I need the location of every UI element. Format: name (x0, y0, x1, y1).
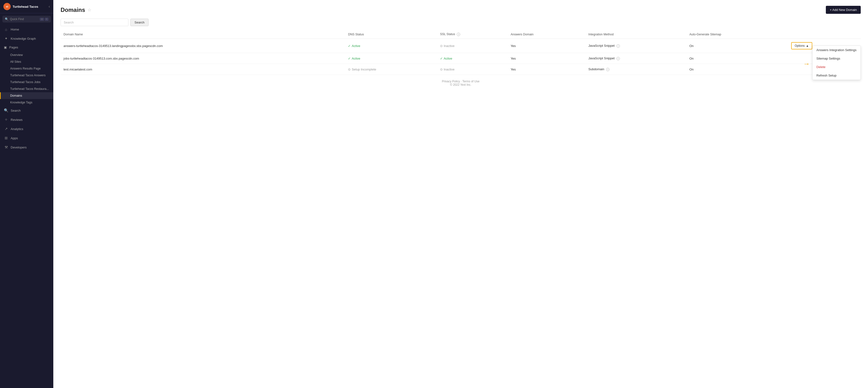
copyright: © 2022 Yext Inc. (65, 83, 856, 87)
knowledge-graph-label: Knowledge Graph (11, 37, 36, 40)
dropdown-answers-integration[interactable]: Answers Integration Settings (812, 46, 861, 54)
ssl-status-active: ✓ Active (440, 57, 505, 60)
sidebar-item-reviews[interactable]: ✧ Reviews (0, 115, 53, 124)
dropdown-delete[interactable]: Delete (812, 63, 861, 71)
subnav-turtlehead-jobs[interactable]: Turtlehead Tacos Jobs (0, 79, 53, 86)
page-title-row: Domains ☆ (61, 6, 91, 13)
dropdown-sitemap-settings[interactable]: Sitemap Settings (812, 54, 861, 63)
pages-subnav: Overview All Sites Answers Results Page … (0, 52, 53, 106)
sidebar: xt Turtlehead Tacos ‹ 🔍 Quick Find ⌘ K ⌂… (0, 0, 53, 388)
main-content: Domains ☆ + Add New Domain Search Domain… (53, 0, 868, 388)
company-name: Turtlehead Tacos (12, 5, 38, 8)
integration-method-cell: JavaScript Snippet i (585, 53, 686, 64)
apps-icon: ⊞ (4, 136, 8, 140)
table-row: jobs-turtleheadtacos-3149513.com.sbx.pag… (61, 53, 861, 64)
options-dropdown: Answers Integration Settings Sitemap Set… (812, 45, 861, 80)
sidebar-item-pages[interactable]: ▣ Pages (0, 43, 53, 52)
reviews-label: Reviews (11, 118, 23, 122)
subnav-turtlehead-answers[interactable]: Turtlehead Tacos Answers (0, 72, 53, 79)
analytics-icon: ↗ (4, 127, 8, 131)
dns-status-active: ✓ Active (348, 44, 434, 48)
company-logo[interactable]: xt Turtlehead Tacos (3, 3, 38, 10)
search-label: Search (11, 109, 21, 112)
integration-info-icon[interactable]: i (617, 57, 620, 60)
chevron-up-icon: ▲ (806, 44, 809, 47)
subnav-all-sites[interactable]: All Sites (0, 58, 53, 65)
answers-domain-cell: Yes (508, 64, 585, 75)
domain-name-cell: test.micaelatest.com (61, 64, 345, 75)
answers-domain-cell: Yes (508, 39, 585, 53)
ssl-status-cell: ⊙ Inactive (437, 39, 508, 53)
dns-status-cell: ✓ Active (345, 39, 437, 53)
ssl-status-cell: ✓ Active (437, 53, 508, 64)
auto-generate-cell: On (686, 64, 788, 75)
options-button[interactable]: Options ▲ (791, 42, 812, 50)
sidebar-item-apps[interactable]: ⊞ Apps (0, 133, 53, 143)
ssl-info-icon[interactable]: i (457, 33, 460, 36)
home-icon: ⌂ (4, 27, 8, 31)
main-content-area: Domains ☆ + Add New Domain Search Domain… (53, 0, 868, 388)
domain-name-cell: jobs-turtleheadtacos-3149513.com.sbx.pag… (61, 53, 345, 64)
privacy-policy-link[interactable]: Privacy Policy (442, 80, 460, 83)
arrow-indicator: → (803, 60, 810, 68)
page-header: Domains ☆ + Add New Domain (61, 6, 861, 14)
developers-label: Developers (11, 146, 27, 149)
domain-name-cell: answers-turtleheadtacos-3149513.landingp… (61, 39, 345, 53)
subnav-domains[interactable]: Domains (0, 92, 53, 99)
sidebar-header: xt Turtlehead Tacos ‹ (0, 0, 53, 13)
main-footer: Privacy Policy · Terms of Use © 2022 Yex… (61, 75, 861, 91)
reviews-icon: ✧ (4, 118, 8, 122)
quick-find-shortcut: ⌘ K (40, 18, 49, 21)
search-nav-icon: 🔍 (4, 108, 8, 112)
sidebar-item-search[interactable]: 🔍 Search (0, 106, 53, 115)
home-label: Home (11, 28, 19, 31)
subnav-knowledge-tags[interactable]: Knowledge Tags (0, 99, 53, 106)
page-title: Domains (61, 6, 85, 13)
quick-find-label: Quick Find (10, 18, 24, 21)
back-icon[interactable]: ‹ (49, 4, 50, 9)
col-answers-domain: Answers Domain (508, 30, 585, 39)
col-ssl-status: SSL Status i (437, 30, 508, 39)
add-domain-button[interactable]: + Add New Domain (826, 6, 861, 14)
apps-label: Apps (11, 136, 18, 140)
integration-method-cell: Subdomain i (585, 64, 686, 75)
table-row: test.micaelatest.com ⊙ Setup Incomplete … (61, 64, 861, 75)
sidebar-item-knowledge-graph[interactable]: ✦ Knowledge Graph (0, 34, 53, 43)
subnav-turtlehead-restaurant[interactable]: Turtlehead Tacos Restaura... (0, 86, 53, 92)
integration-info-icon[interactable]: i (617, 44, 620, 48)
search-bar-row: Search (61, 19, 861, 26)
ssl-status-inactive: ⊙ Inactive (440, 68, 505, 71)
auto-generate-cell: On (686, 39, 788, 53)
sidebar-item-developers[interactable]: ⚒ Developers (0, 143, 53, 152)
integration-info-icon[interactable]: i (606, 68, 610, 71)
dns-status-setup: ⊙ Setup Incomplete (348, 68, 434, 71)
subnav-answers-results[interactable]: Answers Results Page (0, 65, 53, 72)
sidebar-item-analytics[interactable]: ↗ Analytics (0, 124, 53, 133)
sidebar-item-home[interactable]: ⌂ Home (0, 25, 53, 34)
knowledge-graph-icon: ✦ (4, 36, 8, 41)
col-dns-status: DNS Status (345, 30, 437, 39)
integration-method-cell: JavaScript Snippet i (585, 39, 686, 53)
dns-status-cell: ⊙ Setup Incomplete (345, 64, 437, 75)
quick-find[interactable]: 🔍 Quick Find ⌘ K (2, 16, 51, 23)
terms-of-use-link[interactable]: Terms of Use (462, 80, 479, 83)
favorite-icon[interactable]: ☆ (88, 7, 91, 12)
dns-status-cell: ✓ Active (345, 53, 437, 64)
ssl-status-inactive: ⊙ Inactive (440, 44, 505, 48)
search-button[interactable]: Search (130, 19, 149, 26)
col-actions (788, 30, 861, 39)
col-integration-method: Integration Method (585, 30, 686, 39)
subnav-overview[interactable]: Overview (0, 52, 53, 58)
circle-icon: ⊙ (348, 68, 351, 71)
pages-icon: ▣ (4, 45, 7, 49)
dns-status-active: ✓ Active (348, 57, 434, 60)
col-auto-generate: Auto-Generate Sitemap (686, 30, 788, 39)
footer-separator: · (461, 80, 461, 83)
dropdown-refresh-setup[interactable]: Refresh Setup (812, 71, 861, 80)
search-icon: 🔍 (5, 18, 8, 21)
auto-generate-cell: On (686, 53, 788, 64)
col-domain-name: Domain Name (61, 30, 345, 39)
search-input[interactable] (61, 19, 128, 26)
logo-circle: xt (3, 3, 11, 10)
ssl-status-cell: ⊙ Inactive (437, 64, 508, 75)
